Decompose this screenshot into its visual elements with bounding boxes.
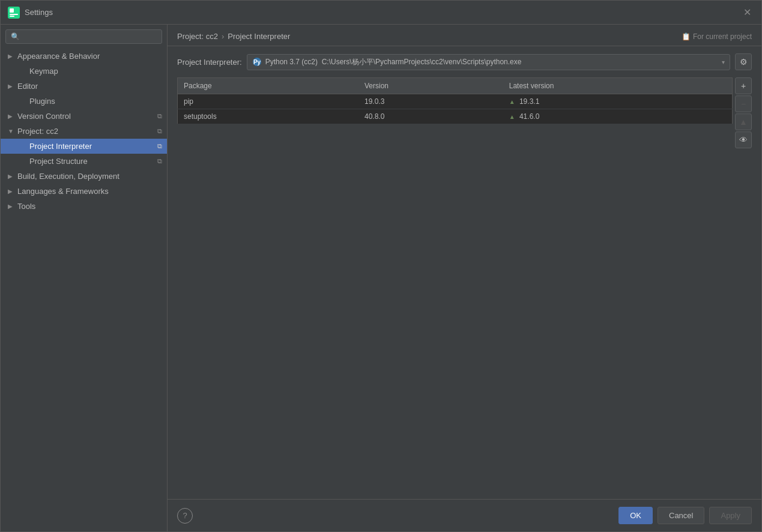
svg-rect-1 <box>10 8 14 13</box>
column-header-version: Version <box>358 78 503 94</box>
sidebar-item-editor[interactable]: ▶ Editor <box>1 79 167 94</box>
interpreter-label: Project Interpreter: <box>177 58 242 67</box>
upgrade-arrow-icon: ▲ <box>509 98 515 105</box>
interpreter-settings-button[interactable]: ⚙ <box>735 53 752 70</box>
sidebar-item-label: Project Interpreter <box>29 142 92 151</box>
window-title: Settings <box>25 8 740 17</box>
add-package-button[interactable]: + <box>735 77 752 94</box>
help-button[interactable]: ? <box>177 508 193 524</box>
content-body: Project Interpreter: Py Python 3.7 (cc2)… <box>168 46 761 499</box>
packages-table: Package Version Latest version pip 19.0.… <box>177 77 733 124</box>
table-row[interactable]: pip 19.0.3 ▲ 19.3.1 <box>178 94 733 109</box>
package-latest-version: ▲ 19.3.1 <box>503 94 733 109</box>
svg-rect-2 <box>10 14 18 15</box>
eye-icon: 👁 <box>739 135 748 145</box>
search-input[interactable] <box>22 32 157 41</box>
for-current-project: 📋 For current project <box>682 32 752 41</box>
column-header-latest-version: Latest version <box>503 78 733 94</box>
sidebar-item-label: Keymap <box>29 67 58 76</box>
sidebar-item-label: Languages & Frameworks <box>17 187 109 196</box>
sidebar-item-label: Build, Execution, Deployment <box>17 172 119 181</box>
chevron-down-icon: ▾ <box>722 59 725 65</box>
copy-icon: ⧉ <box>157 157 162 165</box>
sidebar-item-project-structure[interactable]: Project Structure ⧉ <box>1 154 167 169</box>
package-version: 40.8.0 <box>358 109 503 124</box>
upgrade-package-button[interactable]: ▲ <box>735 113 752 130</box>
sidebar-item-languages-frameworks[interactable]: ▶ Languages & Frameworks <box>1 184 167 199</box>
sidebar-item-label: Plugins <box>29 97 55 106</box>
plus-icon: + <box>741 81 746 91</box>
sidebar-item-label: Project Structure <box>29 157 88 166</box>
sidebar-item-project-cc2[interactable]: ▼ Project: cc2 ⧉ <box>1 124 167 139</box>
expand-arrow-icon: ▶ <box>8 83 15 89</box>
close-button[interactable]: ✕ <box>740 5 754 20</box>
sidebar-item-version-control[interactable]: ▶ Version Control ⧉ <box>1 109 167 124</box>
sidebar-item-build-execution-deployment[interactable]: ▶ Build, Execution, Deployment <box>1 169 167 184</box>
footer: ? OK Cancel Apply <box>168 499 761 531</box>
breadcrumb-project: Project: cc2 <box>177 32 218 41</box>
content-area: Project: cc2 › Project Interpreter 📋 For… <box>168 25 761 531</box>
cancel-button[interactable]: Cancel <box>658 507 704 524</box>
sidebar-item-label: Tools <box>17 202 35 211</box>
package-name: setuptools <box>178 109 359 124</box>
sidebar-item-keymap[interactable]: Keymap <box>1 64 167 79</box>
table-action-buttons: + − ▲ 👁 <box>735 77 752 148</box>
content-header: Project: cc2 › Project Interpreter 📋 For… <box>168 25 761 46</box>
expand-arrow-icon: ▶ <box>8 188 15 195</box>
clipboard-icon: 📋 <box>682 32 691 41</box>
collapse-arrow-icon: ▼ <box>8 128 15 135</box>
upgrade-arrow-icon: ▲ <box>509 113 515 120</box>
sidebar-item-label: Appearance & Behavior <box>17 52 100 61</box>
svg-rect-3 <box>10 16 14 17</box>
sidebar-item-appearance-behavior[interactable]: ▶ Appearance & Behavior <box>1 49 167 64</box>
pycharm-logo-icon <box>8 7 20 19</box>
ok-button[interactable]: OK <box>618 507 653 524</box>
copy-icon: ⧉ <box>157 142 162 150</box>
package-latest-version: ▲ 41.6.0 <box>503 109 733 124</box>
sidebar-item-label: Editor <box>17 82 38 91</box>
column-header-package: Package <box>178 78 359 94</box>
for-current-project-label: For current project <box>693 32 752 41</box>
footer-left: ? <box>177 508 614 524</box>
expand-arrow-icon: ▶ <box>8 113 15 119</box>
arrow-up-icon: ▲ <box>739 117 748 127</box>
settings-window: Settings ✕ 🔍 ▶ Appearance & Behavior Key… <box>0 0 762 532</box>
sidebar-item-tools[interactable]: ▶ Tools <box>1 199 167 214</box>
sidebar-item-plugins[interactable]: Plugins <box>1 94 167 109</box>
breadcrumb-separator: › <box>222 32 224 41</box>
table-row[interactable]: setuptools 40.8.0 ▲ 41.6.0 <box>178 109 733 124</box>
sidebar-item-label: Project: cc2 <box>17 127 58 136</box>
interpreter-dropdown[interactable]: Py Python 3.7 (cc2) C:\Users\杨小平\Pycharm… <box>247 54 730 70</box>
expand-arrow-icon: ▶ <box>8 173 15 180</box>
minus-icon: − <box>741 99 746 109</box>
copy-icon: ⧉ <box>157 112 162 120</box>
remove-package-button[interactable]: − <box>735 95 752 112</box>
apply-button[interactable]: Apply <box>709 507 752 524</box>
expand-arrow-icon: ▶ <box>8 203 15 210</box>
packages-table-wrapper: Package Version Latest version pip 19.0.… <box>177 77 752 148</box>
search-box[interactable]: 🔍 <box>5 29 162 44</box>
sidebar: 🔍 ▶ Appearance & Behavior Keymap ▶ Edito… <box>1 25 168 531</box>
copy-icon: ⧉ <box>157 127 162 135</box>
titlebar: Settings ✕ <box>1 1 761 25</box>
main-area: 🔍 ▶ Appearance & Behavior Keymap ▶ Edito… <box>1 25 761 531</box>
svg-text:Py: Py <box>253 59 261 65</box>
search-icon: 🔍 <box>11 32 20 41</box>
package-name: pip <box>178 94 359 109</box>
expand-arrow-icon: ▶ <box>8 53 15 59</box>
breadcrumb: Project: cc2 › Project Interpreter <box>177 32 290 41</box>
interpreter-row: Project Interpreter: Py Python 3.7 (cc2)… <box>177 53 752 70</box>
sidebar-item-label: Version Control <box>17 112 71 121</box>
gear-icon: ⚙ <box>740 57 748 67</box>
show-package-details-button[interactable]: 👁 <box>735 131 752 148</box>
python-icon: Py <box>252 57 262 67</box>
breadcrumb-page: Project Interpreter <box>228 32 290 41</box>
question-mark-icon: ? <box>183 511 187 520</box>
package-version: 19.0.3 <box>358 94 503 109</box>
interpreter-dropdown-value: Python 3.7 (cc2) C:\Users\杨小平\PycharmPro… <box>265 57 718 67</box>
sidebar-item-project-interpreter[interactable]: Project Interpreter ⧉ <box>1 139 167 154</box>
